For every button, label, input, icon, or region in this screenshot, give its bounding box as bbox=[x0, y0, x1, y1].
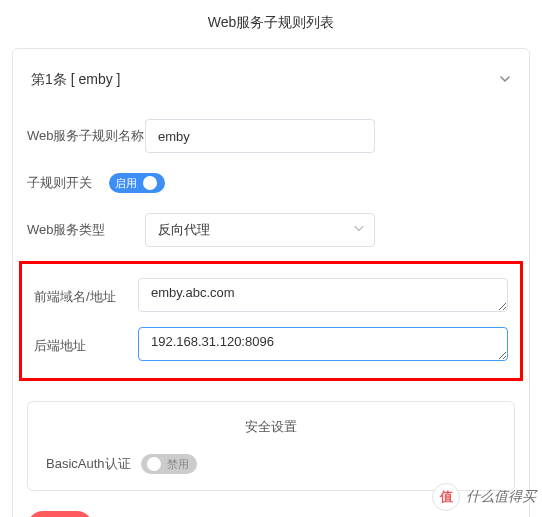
page-title: Web服务子规则列表 bbox=[0, 0, 542, 48]
watermark: 值 什么值得买 bbox=[432, 483, 536, 511]
service-type-value[interactable] bbox=[145, 213, 375, 247]
frontend-label: 前端域名/地址 bbox=[34, 288, 138, 306]
rule-name-label: Web服务子规则名称 bbox=[27, 127, 145, 145]
security-title: 安全设置 bbox=[46, 418, 496, 436]
rule-panel: 第1条 [ emby ] Web服务子规则名称 子规则开关 启用 Web服务类型… bbox=[12, 48, 530, 517]
row-frontend: 前端域名/地址 bbox=[34, 278, 508, 315]
toggle-knob-icon bbox=[143, 176, 157, 190]
service-type-label: Web服务类型 bbox=[27, 221, 145, 239]
row-rule-name: Web服务子规则名称 bbox=[27, 119, 515, 153]
subrule-switch-toggle[interactable]: 启用 bbox=[109, 173, 165, 193]
row-backend: 后端地址 bbox=[34, 327, 508, 364]
toggle-knob-icon bbox=[147, 457, 161, 471]
switch-label: 子规则开关 bbox=[27, 174, 109, 192]
frontend-input[interactable] bbox=[138, 278, 508, 312]
watermark-logo-icon: 值 bbox=[432, 483, 460, 511]
rule-name-input[interactable] bbox=[145, 119, 375, 153]
row-basicauth: BasicAuth认证 禁用 bbox=[46, 454, 496, 474]
rule-header-label: 第1条 [ emby ] bbox=[31, 71, 120, 89]
row-service-type: Web服务类型 bbox=[27, 213, 515, 247]
backend-input[interactable] bbox=[138, 327, 508, 361]
row-switch: 子规则开关 启用 bbox=[27, 173, 515, 193]
basicauth-toggle[interactable]: 禁用 bbox=[141, 454, 197, 474]
basicauth-label: BasicAuth认证 bbox=[46, 455, 131, 473]
security-panel: 安全设置 BasicAuth认证 禁用 bbox=[27, 401, 515, 491]
chevron-down-icon bbox=[499, 72, 511, 88]
toggle-off-label: 禁用 bbox=[167, 457, 189, 472]
delete-button[interactable]: 删除 bbox=[27, 511, 93, 517]
rule-header[interactable]: 第1条 [ emby ] bbox=[27, 53, 515, 99]
highlight-box: 前端域名/地址 后端地址 bbox=[19, 261, 523, 381]
backend-label: 后端地址 bbox=[34, 337, 138, 355]
service-type-select[interactable] bbox=[145, 213, 375, 247]
toggle-on-label: 启用 bbox=[115, 176, 137, 191]
watermark-text: 什么值得买 bbox=[466, 488, 536, 506]
